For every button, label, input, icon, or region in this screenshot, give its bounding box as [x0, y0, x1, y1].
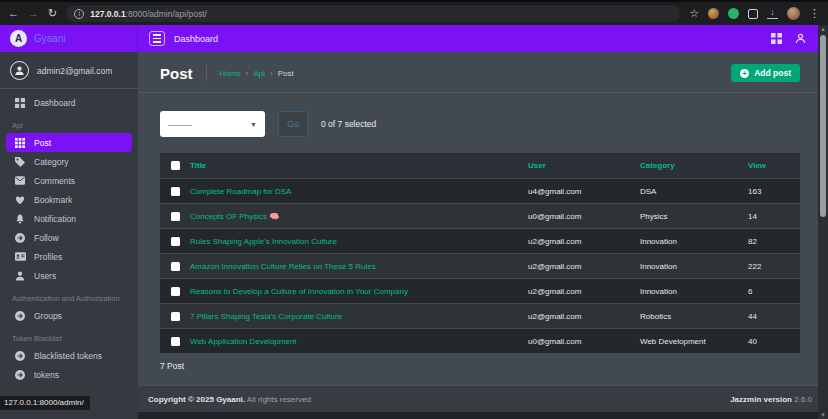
table-row: Reasons to Develop a Culture of Innovati…	[160, 278, 800, 303]
table-row: Amazon Innovation Culture Relies on Thes…	[160, 253, 800, 278]
heart-icon	[14, 195, 26, 205]
action-select[interactable]: --------- ▼	[160, 111, 265, 137]
result-count: 7 Post	[138, 353, 828, 371]
page-scrollbar[interactable]: ▲ ▼	[818, 25, 828, 419]
post-title-link[interactable]: Amazon Innovation Culture Relies on Thes…	[190, 262, 376, 271]
post-view-count: 163	[748, 187, 800, 196]
extension-icon-2[interactable]	[728, 8, 739, 19]
url-text: 127.0.0.1:8000/admin/api/post/	[90, 9, 207, 19]
sidebar-toggle-icon[interactable]	[149, 31, 165, 46]
back-icon[interactable]: ←	[8, 8, 19, 19]
post-table: Title User Category View Complete Roadma…	[160, 153, 800, 353]
sidebar-item-bookmark[interactable]: Bookmark	[0, 190, 138, 209]
row-checkbox[interactable]	[171, 187, 180, 196]
extension-icon[interactable]	[708, 8, 719, 19]
post-user: u2@gmail.com	[528, 312, 640, 321]
scroll-down-icon[interactable]: ▼	[818, 411, 828, 419]
sidebar-item-label: Blacklisted tokens	[34, 351, 102, 361]
sidebar-item-label: Category	[34, 157, 69, 167]
chevron-down-icon: ▼	[250, 121, 257, 128]
table-icon	[14, 138, 26, 148]
user-menu-icon[interactable]	[795, 33, 806, 44]
browser-profile-avatar[interactable]	[787, 7, 800, 20]
table-row: Concepts OF Physics 🧠 u0@gmail.com Physi…	[160, 203, 800, 228]
sidebar-item-label: Follow	[34, 233, 59, 243]
select-all-checkbox[interactable]	[171, 161, 180, 170]
row-checkbox[interactable]	[171, 312, 180, 321]
footer-version: Jazzmin version 2.6.0	[730, 395, 812, 404]
reload-icon[interactable]: ↻	[48, 8, 57, 19]
table-header-row: Title User Category View	[160, 153, 800, 178]
post-title-link[interactable]: Reasons to Develop a Culture of Innovati…	[190, 287, 408, 296]
action-select-value: ---------	[168, 120, 192, 129]
sidebar-item-category[interactable]: Category	[0, 152, 138, 171]
browser-menu-icon[interactable]: ⋮	[809, 8, 820, 19]
sidebar-item-comments[interactable]: Comments	[0, 171, 138, 190]
app-window: ← → ↻ i 127.0.0.1:8000/admin/api/post/ ☆…	[0, 0, 828, 419]
post-user: u2@gmail.com	[528, 287, 640, 296]
sidebar-item-dashboard[interactable]: Dashboard	[0, 93, 138, 112]
row-checkbox[interactable]	[171, 337, 180, 346]
row-checkbox[interactable]	[171, 212, 180, 221]
forward-icon[interactable]: →	[28, 8, 39, 19]
column-header-view[interactable]: View	[748, 161, 800, 170]
post-view-count: 14	[748, 212, 800, 221]
sidebar-section-token-blacklist: Token Blacklist	[0, 325, 138, 346]
column-header-category[interactable]: Category	[640, 161, 748, 170]
post-view-count: 6	[748, 287, 800, 296]
sidebar-item-notification[interactable]: Notification	[0, 209, 138, 228]
address-bar[interactable]: i 127.0.0.1:8000/admin/api/post/	[66, 5, 680, 22]
sidebar-item-users[interactable]: Users	[0, 266, 138, 285]
scrollbar-thumb[interactable]	[820, 35, 826, 217]
breadcrumb-current: Post	[278, 69, 294, 78]
title-separator	[206, 65, 207, 81]
post-category: Physics	[640, 212, 748, 221]
breadcrumb-home[interactable]: Home	[220, 69, 241, 78]
post-title-link[interactable]: 7 Pillars Shaping Tesla's Corporate Cult…	[190, 312, 342, 321]
post-title-link[interactable]: Rules Shaping Apple's Innovation Culture	[190, 237, 337, 246]
post-category: DSA	[640, 187, 748, 196]
downloads-icon[interactable]: ↓	[767, 8, 778, 19]
post-view-count: 82	[748, 237, 800, 246]
sidebar-user-email: admin2@gmail.com	[37, 66, 112, 76]
post-title-link[interactable]: Complete Roadmap for DSA	[190, 187, 291, 196]
extensions-puzzle-icon[interactable]	[748, 9, 758, 19]
row-checkbox[interactable]	[171, 287, 180, 296]
sidebar-item-profiles[interactable]: Profiles	[0, 247, 138, 266]
sidebar-item-blacklisted-tokens[interactable]: Blacklisted tokens	[0, 346, 138, 365]
bookmark-star-icon[interactable]: ☆	[689, 8, 699, 19]
sidebar-item-label: Profiles	[34, 252, 62, 262]
column-header-title[interactable]: Title	[190, 161, 528, 170]
post-user: u2@gmail.com	[528, 262, 640, 271]
sidebar-item-groups[interactable]: Groups	[0, 306, 138, 325]
navbar-dashboard-link[interactable]: Dashboard	[174, 34, 218, 44]
sidebar-user[interactable]: admin2@gmail.com	[0, 52, 138, 88]
action-bar: --------- ▼ Go 0 of 7 selected	[138, 93, 828, 147]
sidebar-item-follow[interactable]: Follow	[0, 228, 138, 247]
post-title-link[interactable]: Web Application Development	[190, 337, 297, 346]
user-avatar-icon	[10, 61, 29, 80]
post-user: u0@gmail.com	[528, 337, 640, 346]
plus-circle-icon: +	[740, 69, 749, 78]
add-post-button[interactable]: + Add post	[731, 64, 800, 82]
site-info-icon[interactable]: i	[74, 9, 84, 19]
column-header-user[interactable]: User	[528, 161, 640, 170]
post-category: Innovation	[640, 287, 748, 296]
post-user: u0@gmail.com	[528, 212, 640, 221]
table-row: 7 Pillars Shaping Tesla's Corporate Cult…	[160, 303, 800, 328]
grid-apps-icon[interactable]	[771, 33, 782, 44]
arrow-circle-icon	[14, 233, 26, 243]
brand-link[interactable]: A Gyaani	[0, 25, 138, 52]
breadcrumb-api[interactable]: Api	[254, 69, 266, 78]
row-checkbox[interactable]	[171, 237, 180, 246]
scroll-up-icon[interactable]: ▲	[820, 25, 826, 33]
sidebar-item-post[interactable]: Post	[6, 133, 132, 152]
post-title-link[interactable]: Concepts OF Physics 🧠	[190, 212, 279, 221]
brand-name: Gyaani	[34, 33, 66, 44]
go-button[interactable]: Go	[278, 111, 308, 137]
sidebar-item-tokens[interactable]: tokens	[0, 365, 138, 384]
page-title: Post	[160, 65, 193, 82]
post-category: Innovation	[640, 262, 748, 271]
post-category: Robotics	[640, 312, 748, 321]
row-checkbox[interactable]	[171, 262, 180, 271]
